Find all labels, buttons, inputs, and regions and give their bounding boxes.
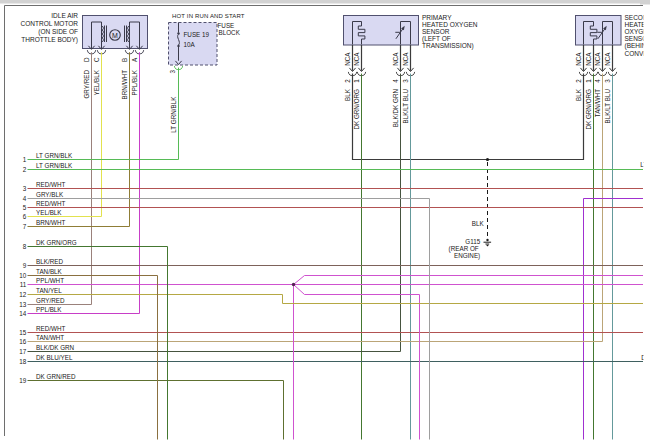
svg-text:18: 18 <box>19 358 27 365</box>
svg-text:BLK/RED: BLK/RED <box>36 258 63 265</box>
svg-text:11: 11 <box>20 281 27 288</box>
svg-text:NCA: NCA <box>604 52 611 66</box>
svg-text:TAN/BLK: TAN/BLK <box>36 268 63 275</box>
svg-text:BRN/WHT: BRN/WHT <box>36 219 66 226</box>
svg-text:4: 4 <box>392 79 399 83</box>
svg-text:C: C <box>93 57 100 62</box>
svg-text:3: 3 <box>169 70 176 74</box>
svg-text:NCA: NCA <box>353 52 360 66</box>
svg-text:3: 3 <box>604 79 611 83</box>
svg-text:4: 4 <box>594 79 601 83</box>
svg-text:PRIMARY: PRIMARY <box>422 14 452 21</box>
svg-text:2: 2 <box>344 79 351 83</box>
svg-text:9: 9 <box>23 262 27 269</box>
svg-text:DK GRN/ORG: DK GRN/ORG <box>585 89 592 130</box>
svg-text:10: 10 <box>19 272 27 279</box>
svg-text:LT GRN/BLK: LT GRN/BLK <box>170 96 177 133</box>
svg-text:RED/WHT: RED/WHT <box>36 200 66 207</box>
svg-text:IDLE AIR: IDLE AIR <box>51 12 78 19</box>
svg-text:BLOCK: BLOCK <box>219 29 241 36</box>
svg-text:PPL/WHT: PPL/WHT <box>36 277 64 284</box>
svg-text:GRY/RED: GRY/RED <box>36 297 65 304</box>
svg-text:BLK/DK GRN: BLK/DK GRN <box>36 344 75 351</box>
svg-text:1: 1 <box>353 79 360 83</box>
svg-text:(ON SIDE OF: (ON SIDE OF <box>38 28 78 36</box>
svg-text:A: A <box>131 57 138 62</box>
svg-text:RED/WHT: RED/WHT <box>36 325 66 332</box>
svg-text:13: 13 <box>19 301 27 308</box>
svg-text:TRANSMISSION): TRANSMISSION) <box>422 42 474 50</box>
svg-text:HEATED OXYGEN: HEATED OXYGEN <box>422 21 478 28</box>
svg-text:BLK/LT BLU: BLK/LT BLU <box>402 89 409 124</box>
svg-text:6: 6 <box>23 213 27 220</box>
svg-text:3: 3 <box>23 185 27 192</box>
svg-text:8: 8 <box>23 243 27 250</box>
svg-text:B: B <box>121 58 128 62</box>
svg-text:RED/WHT: RED/WHT <box>36 181 66 188</box>
svg-text:BRN/WHT: BRN/WHT <box>121 70 128 100</box>
svg-text:5: 5 <box>23 204 27 211</box>
svg-text:BLK: BLK <box>344 88 351 101</box>
svg-text:10A: 10A <box>184 41 196 48</box>
svg-text:NCA: NCA <box>344 52 351 66</box>
svg-text:1: 1 <box>23 156 27 163</box>
svg-text:19: 19 <box>19 377 27 384</box>
svg-text:NCA: NCA <box>575 52 582 66</box>
svg-text:SENSOR: SENSOR <box>422 28 450 35</box>
svg-text:TAN/WHT: TAN/WHT <box>36 334 64 341</box>
svg-text:G115: G115 <box>465 238 480 245</box>
svg-text:DK GRN/ORG: DK GRN/ORG <box>353 89 360 130</box>
svg-text:BLK: BLK <box>575 88 582 101</box>
svg-text:TAN/WHT: TAN/WHT <box>594 89 601 117</box>
svg-text:DK GRN/RED: DK GRN/RED <box>36 373 76 380</box>
svg-text:16: 16 <box>19 338 27 345</box>
svg-text:2: 2 <box>575 79 582 83</box>
svg-text:M: M <box>112 32 118 39</box>
svg-text:15: 15 <box>19 329 27 336</box>
svg-text:YEL/BLK: YEL/BLK <box>36 209 62 216</box>
svg-text:LT GRN/BLK: LT GRN/BLK <box>36 162 73 169</box>
svg-text:PPL/BLK: PPL/BLK <box>131 69 138 95</box>
svg-text:17: 17 <box>19 348 27 355</box>
svg-text:GRY/RED: GRY/RED <box>83 70 90 99</box>
svg-text:PPL/BLK: PPL/BLK <box>36 306 62 313</box>
svg-text:LT GRN/BLK: LT GRN/BLK <box>36 152 73 159</box>
svg-text:YEL/BLK: YEL/BLK <box>93 69 100 95</box>
svg-text:14: 14 <box>19 310 27 317</box>
svg-text:7: 7 <box>23 223 27 230</box>
svg-text:12: 12 <box>19 291 27 298</box>
svg-text:DK BLU/YEL: DK BLU/YEL <box>36 354 73 361</box>
svg-text:BLK: BLK <box>472 220 485 227</box>
svg-text:4: 4 <box>23 195 27 202</box>
svg-text:FUSE 19: FUSE 19 <box>184 31 210 38</box>
svg-text:NCA: NCA <box>594 52 601 66</box>
svg-text:3: 3 <box>402 79 409 83</box>
svg-text:1: 1 <box>585 79 592 83</box>
svg-text:2: 2 <box>23 166 27 173</box>
svg-text:NCA: NCA <box>392 52 399 66</box>
svg-text:BLK/LT BLU: BLK/LT BLU <box>604 89 611 124</box>
svg-text:D: D <box>83 57 90 62</box>
svg-text:THROTTLE BODY): THROTTLE BODY) <box>21 36 78 44</box>
svg-text:GRY/BLK: GRY/BLK <box>36 191 64 198</box>
svg-text:NCA: NCA <box>402 52 409 66</box>
svg-text:DK GRN/ORG: DK GRN/ORG <box>36 239 77 246</box>
svg-text:BLK/DK GRN: BLK/DK GRN <box>392 89 399 128</box>
svg-text:NCA: NCA <box>585 52 592 66</box>
svg-text:CONTROL MOTOR: CONTROL MOTOR <box>21 20 79 27</box>
svg-text:TAN/YEL: TAN/YEL <box>36 287 62 294</box>
svg-text:HOT IN RUN AND START: HOT IN RUN AND START <box>172 13 245 19</box>
svg-text:ENGINE): ENGINE) <box>454 252 480 260</box>
